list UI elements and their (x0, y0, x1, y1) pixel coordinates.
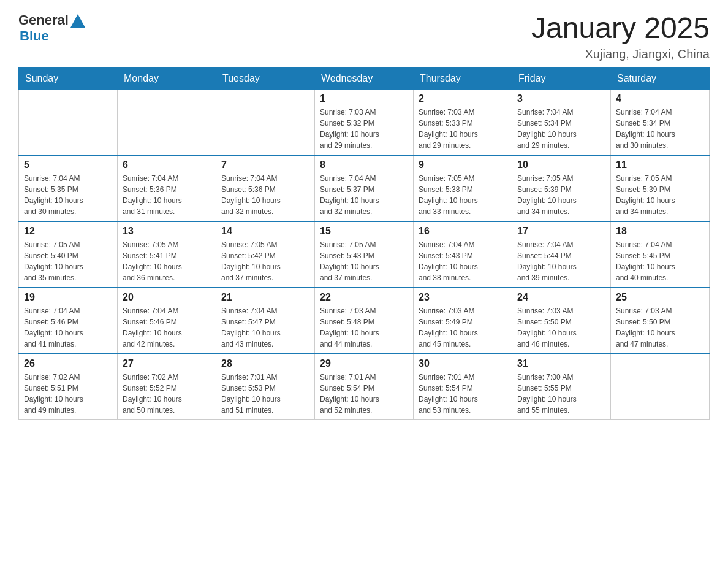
logo-triangle-icon (70, 14, 85, 28)
calendar-cell: 19Sunrise: 7:04 AM Sunset: 5:46 PM Dayli… (19, 288, 118, 354)
calendar-title: January 2025 (531, 12, 710, 45)
day-number: 28 (221, 358, 309, 369)
day-number: 24 (517, 292, 605, 303)
calendar-cell: 12Sunrise: 7:05 AM Sunset: 5:40 PM Dayli… (19, 221, 118, 288)
calendar-cell (19, 89, 118, 155)
day-info: Sunrise: 7:03 AM Sunset: 5:48 PM Dayligh… (320, 305, 408, 350)
day-info: Sunrise: 7:04 AM Sunset: 5:45 PM Dayligh… (616, 239, 704, 283)
day-number: 26 (24, 358, 112, 369)
header-thursday: Thursday (414, 67, 512, 89)
day-number: 2 (419, 93, 507, 104)
header-saturday: Saturday (611, 67, 710, 89)
day-number: 9 (419, 159, 507, 170)
calendar-cell: 18Sunrise: 7:04 AM Sunset: 5:45 PM Dayli… (611, 221, 710, 288)
calendar-cell: 6Sunrise: 7:04 AM Sunset: 5:36 PM Daylig… (118, 155, 216, 221)
day-number: 21 (221, 292, 309, 303)
header-wednesday: Wednesday (315, 67, 414, 89)
day-number: 20 (123, 292, 211, 303)
day-info: Sunrise: 7:04 AM Sunset: 5:35 PM Dayligh… (24, 173, 112, 217)
day-info: Sunrise: 7:02 AM Sunset: 5:52 PM Dayligh… (123, 372, 211, 416)
calendar-cell (611, 354, 710, 420)
day-info: Sunrise: 7:04 AM Sunset: 5:44 PM Dayligh… (517, 239, 605, 283)
day-info: Sunrise: 7:03 AM Sunset: 5:33 PM Dayligh… (419, 107, 507, 151)
calendar-cell: 5Sunrise: 7:04 AM Sunset: 5:35 PM Daylig… (19, 155, 118, 221)
day-number: 10 (517, 159, 605, 170)
calendar-cell: 31Sunrise: 7:00 AM Sunset: 5:55 PM Dayli… (512, 354, 611, 420)
day-info: Sunrise: 7:05 AM Sunset: 5:41 PM Dayligh… (123, 239, 211, 283)
header-monday: Monday (118, 67, 216, 89)
calendar-cell: 11Sunrise: 7:05 AM Sunset: 5:39 PM Dayli… (611, 155, 710, 221)
calendar-cell: 30Sunrise: 7:01 AM Sunset: 5:54 PM Dayli… (414, 354, 512, 420)
calendar-week-row: 5Sunrise: 7:04 AM Sunset: 5:35 PM Daylig… (19, 155, 710, 221)
day-number: 14 (221, 226, 309, 237)
calendar-cell: 20Sunrise: 7:04 AM Sunset: 5:46 PM Dayli… (118, 288, 216, 354)
logo-general-text: General (18, 12, 69, 28)
day-number: 11 (616, 159, 704, 170)
day-info: Sunrise: 7:05 AM Sunset: 5:40 PM Dayligh… (24, 239, 112, 283)
day-info: Sunrise: 7:03 AM Sunset: 5:50 PM Dayligh… (517, 305, 605, 350)
day-number: 6 (123, 159, 211, 170)
day-number: 27 (123, 358, 211, 369)
calendar-cell: 16Sunrise: 7:04 AM Sunset: 5:43 PM Dayli… (414, 221, 512, 288)
calendar-header-row: SundayMondayTuesdayWednesdayThursdayFrid… (19, 67, 710, 89)
calendar-cell: 10Sunrise: 7:05 AM Sunset: 5:39 PM Dayli… (512, 155, 611, 221)
day-info: Sunrise: 7:04 AM Sunset: 5:34 PM Dayligh… (616, 107, 704, 151)
calendar-cell: 28Sunrise: 7:01 AM Sunset: 5:53 PM Dayli… (216, 354, 315, 420)
day-number: 15 (320, 226, 408, 237)
day-number: 7 (221, 159, 309, 170)
logo-blue-text: Blue (20, 28, 49, 44)
day-number: 1 (320, 93, 408, 104)
day-info: Sunrise: 7:03 AM Sunset: 5:50 PM Dayligh… (616, 305, 704, 350)
calendar-table: SundayMondayTuesdayWednesdayThursdayFrid… (18, 67, 710, 420)
calendar-cell: 9Sunrise: 7:05 AM Sunset: 5:38 PM Daylig… (414, 155, 512, 221)
day-number: 23 (419, 292, 507, 303)
calendar-cell: 27Sunrise: 7:02 AM Sunset: 5:52 PM Dayli… (118, 354, 216, 420)
day-number: 18 (616, 226, 704, 237)
calendar-cell: 25Sunrise: 7:03 AM Sunset: 5:50 PM Dayli… (611, 288, 710, 354)
calendar-cell: 21Sunrise: 7:04 AM Sunset: 5:47 PM Dayli… (216, 288, 315, 354)
calendar-week-row: 26Sunrise: 7:02 AM Sunset: 5:51 PM Dayli… (19, 354, 710, 420)
calendar-cell: 23Sunrise: 7:03 AM Sunset: 5:49 PM Dayli… (414, 288, 512, 354)
calendar-cell: 13Sunrise: 7:05 AM Sunset: 5:41 PM Dayli… (118, 221, 216, 288)
calendar-cell: 24Sunrise: 7:03 AM Sunset: 5:50 PM Dayli… (512, 288, 611, 354)
day-info: Sunrise: 7:04 AM Sunset: 5:46 PM Dayligh… (24, 305, 112, 350)
day-info: Sunrise: 7:05 AM Sunset: 5:42 PM Dayligh… (221, 239, 309, 283)
calendar-week-row: 1Sunrise: 7:03 AM Sunset: 5:32 PM Daylig… (19, 89, 710, 155)
day-info: Sunrise: 7:00 AM Sunset: 5:55 PM Dayligh… (517, 372, 605, 416)
calendar-cell: 8Sunrise: 7:04 AM Sunset: 5:37 PM Daylig… (315, 155, 414, 221)
day-number: 4 (616, 93, 704, 104)
header-sunday: Sunday (19, 67, 118, 89)
calendar-subtitle: Xujiang, Jiangxi, China (531, 47, 710, 61)
day-number: 13 (123, 226, 211, 237)
calendar-week-row: 12Sunrise: 7:05 AM Sunset: 5:40 PM Dayli… (19, 221, 710, 288)
day-number: 30 (419, 358, 507, 369)
calendar-cell: 2Sunrise: 7:03 AM Sunset: 5:33 PM Daylig… (414, 89, 512, 155)
day-info: Sunrise: 7:05 AM Sunset: 5:39 PM Dayligh… (616, 173, 704, 217)
logo: General Blue (18, 12, 85, 44)
day-number: 19 (24, 292, 112, 303)
day-number: 8 (320, 159, 408, 170)
header-tuesday: Tuesday (216, 67, 315, 89)
day-info: Sunrise: 7:04 AM Sunset: 5:43 PM Dayligh… (419, 239, 507, 283)
calendar-cell (216, 89, 315, 155)
calendar-cell: 14Sunrise: 7:05 AM Sunset: 5:42 PM Dayli… (216, 221, 315, 288)
day-info: Sunrise: 7:04 AM Sunset: 5:46 PM Dayligh… (123, 305, 211, 350)
day-info: Sunrise: 7:03 AM Sunset: 5:49 PM Dayligh… (419, 305, 507, 350)
day-info: Sunrise: 7:04 AM Sunset: 5:36 PM Dayligh… (123, 173, 211, 217)
day-info: Sunrise: 7:04 AM Sunset: 5:34 PM Dayligh… (517, 107, 605, 151)
day-info: Sunrise: 7:04 AM Sunset: 5:37 PM Dayligh… (320, 173, 408, 217)
day-number: 3 (517, 93, 605, 104)
day-number: 12 (24, 226, 112, 237)
header-friday: Friday (512, 67, 611, 89)
title-section: January 2025 Xujiang, Jiangxi, China (531, 12, 710, 61)
day-info: Sunrise: 7:05 AM Sunset: 5:38 PM Dayligh… (419, 173, 507, 217)
day-info: Sunrise: 7:04 AM Sunset: 5:36 PM Dayligh… (221, 173, 309, 217)
calendar-cell: 26Sunrise: 7:02 AM Sunset: 5:51 PM Dayli… (19, 354, 118, 420)
calendar-cell (118, 89, 216, 155)
day-number: 29 (320, 358, 408, 369)
day-info: Sunrise: 7:03 AM Sunset: 5:32 PM Dayligh… (320, 107, 408, 151)
calendar-cell: 4Sunrise: 7:04 AM Sunset: 5:34 PM Daylig… (611, 89, 710, 155)
calendar-week-row: 19Sunrise: 7:04 AM Sunset: 5:46 PM Dayli… (19, 288, 710, 354)
calendar-cell: 15Sunrise: 7:05 AM Sunset: 5:43 PM Dayli… (315, 221, 414, 288)
calendar-cell: 3Sunrise: 7:04 AM Sunset: 5:34 PM Daylig… (512, 89, 611, 155)
